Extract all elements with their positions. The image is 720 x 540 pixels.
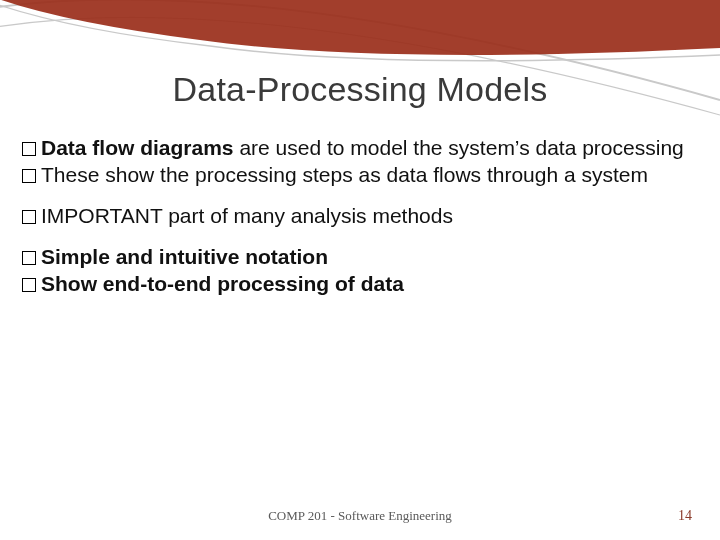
bullet-text: IMPORTANT part of many analysis methods: [41, 204, 453, 227]
slide-body: Data flow diagrams are used to model the…: [22, 135, 698, 311]
bullet-item: IMPORTANT part of many analysis methods: [22, 203, 698, 230]
bullet-text: are used to model the system’s data proc…: [234, 136, 684, 159]
bullet-bold: Simple and intuitive notation: [41, 245, 328, 268]
bullet-item: Simple and intuitive notation: [22, 244, 698, 271]
bullet-group: Simple and intuitive notation Show end-t…: [22, 244, 698, 298]
page-number: 14: [678, 508, 692, 524]
bullet-text: These show the processing steps as data …: [41, 163, 648, 186]
bullet-item: Show end-to-end processing of data: [22, 271, 698, 298]
bullet-item: These show the processing steps as data …: [22, 162, 698, 189]
bullet-group: IMPORTANT part of many analysis methods: [22, 203, 698, 230]
bullet-bold: Show end-to-end processing of data: [41, 272, 404, 295]
square-bullet-icon: [22, 278, 36, 292]
square-bullet-icon: [22, 251, 36, 265]
bullet-group: Data flow diagrams are used to model the…: [22, 135, 698, 189]
footer-course: COMP 201 - Software Engineering: [0, 508, 720, 524]
square-bullet-icon: [22, 210, 36, 224]
bullet-item: Data flow diagrams are used to model the…: [22, 135, 698, 162]
square-bullet-icon: [22, 142, 36, 156]
slide-title: Data-Processing Models: [0, 70, 720, 109]
bullet-bold: Data flow diagrams: [41, 136, 234, 159]
square-bullet-icon: [22, 169, 36, 183]
